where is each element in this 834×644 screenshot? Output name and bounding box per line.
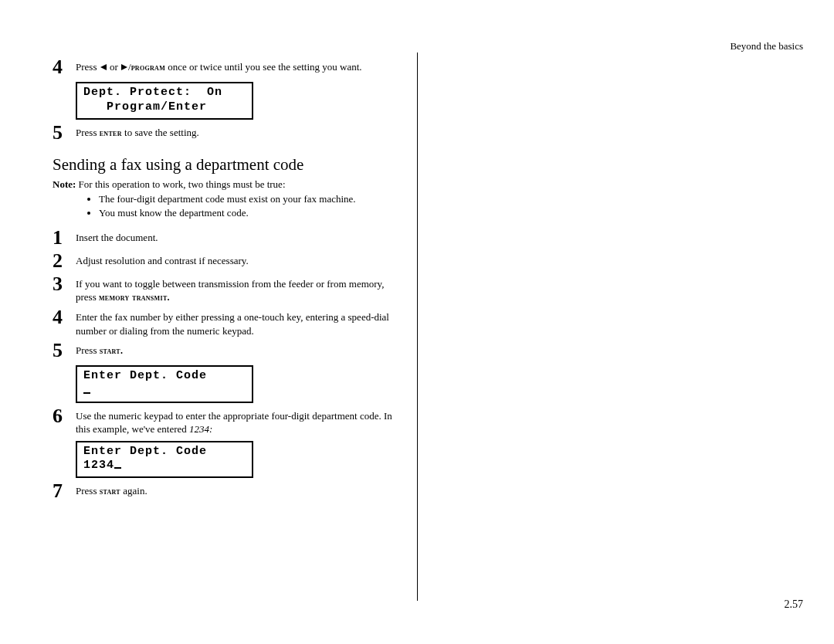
step-2: 2 Adjust resolution and contrast if nece… bbox=[53, 251, 402, 271]
step-text: Press start. bbox=[76, 341, 123, 358]
list-item: You must know the department code. bbox=[99, 206, 402, 220]
step-text: Use the numeric keypad to enter the appr… bbox=[76, 406, 402, 436]
text: Press bbox=[76, 127, 100, 138]
step-number: 2 bbox=[53, 251, 76, 271]
cursor-icon bbox=[83, 392, 90, 394]
svg-marker-1 bbox=[121, 64, 127, 70]
key-label: start bbox=[100, 486, 120, 497]
step-text: Insert the document. bbox=[76, 228, 158, 245]
step-number: 7 bbox=[53, 481, 76, 501]
step-text: If you want to toggle between transmissi… bbox=[76, 274, 402, 304]
step-number: 3 bbox=[53, 274, 76, 294]
step-6: 6 Use the numeric keypad to enter the ap… bbox=[53, 406, 402, 436]
step-text: Press start again. bbox=[76, 481, 147, 498]
lcd-line: Enter Dept. Code bbox=[83, 369, 207, 382]
step-text: Press or /program once or twice until yo… bbox=[76, 57, 362, 75]
lcd-line: Program/Enter bbox=[83, 100, 207, 114]
text: again. bbox=[120, 485, 147, 497]
lcd-display: Enter Dept. Code 1234 bbox=[76, 441, 253, 479]
text: once or twice until you see the setting … bbox=[165, 61, 362, 73]
note-bullets: The four-digit department code must exis… bbox=[53, 192, 402, 220]
note-label: Note: bbox=[53, 178, 76, 190]
example-value: 1234: bbox=[189, 423, 212, 435]
note-text: For this operation to work, two things m… bbox=[76, 178, 285, 190]
text: Press bbox=[76, 485, 100, 497]
key-label: enter bbox=[100, 127, 122, 138]
step-text: Adjust resolution and contrast if necess… bbox=[76, 251, 249, 268]
step-number: 4 bbox=[53, 57, 76, 77]
key-label: program bbox=[131, 62, 165, 73]
step-number: 5 bbox=[53, 123, 76, 143]
text: to save the setting. bbox=[122, 127, 199, 138]
section-heading: Sending a fax using a department code bbox=[53, 155, 402, 175]
text: Use the numeric keypad to enter the appr… bbox=[76, 410, 392, 436]
key-label: memory transmit. bbox=[99, 292, 170, 303]
lcd-line: Dept. Protect: On bbox=[83, 86, 222, 99]
step-1: 1 Insert the document. bbox=[53, 228, 402, 248]
running-header: Beyond the basics bbox=[730, 40, 803, 53]
note-line: Note: For this operation to work, two th… bbox=[53, 178, 402, 191]
manual-page: Beyond the basics 2.57 4 Press or /progr… bbox=[0, 0, 834, 644]
list-item: The four-digit department code must exis… bbox=[99, 192, 402, 206]
left-column: 4 Press or /program once or twice until … bbox=[53, 54, 402, 503]
step-4-top: 4 Press or /program once or twice until … bbox=[53, 57, 402, 77]
page-number: 2.57 bbox=[785, 598, 804, 611]
text: Press bbox=[76, 61, 100, 73]
right-arrow-icon bbox=[120, 61, 128, 75]
lcd-display: Dept. Protect: On Program/Enter bbox=[76, 82, 253, 120]
key-label: start. bbox=[100, 345, 124, 356]
step-number: 4 bbox=[53, 307, 76, 327]
step-5: 5 Press start. bbox=[53, 341, 402, 361]
step-number: 5 bbox=[53, 341, 76, 361]
step-5-top: 5 Press enter to save the setting. bbox=[53, 123, 402, 143]
cursor-icon bbox=[114, 467, 121, 469]
step-7: 7 Press start again. bbox=[53, 481, 402, 501]
lcd-display: Enter Dept. Code bbox=[76, 365, 253, 403]
step-text: Press enter to save the setting. bbox=[76, 123, 199, 140]
step-number: 1 bbox=[53, 228, 76, 248]
lcd-line: Enter Dept. Code bbox=[83, 445, 207, 458]
step-text: Enter the fax number by either pressing … bbox=[76, 307, 402, 337]
lcd-line: 1234 bbox=[83, 459, 114, 472]
text: or bbox=[107, 61, 120, 73]
column-rule bbox=[417, 53, 418, 601]
step-4: 4 Enter the fax number by either pressin… bbox=[53, 307, 402, 337]
step-number: 6 bbox=[53, 406, 76, 426]
left-arrow-icon bbox=[100, 61, 107, 75]
step-3: 3 If you want to toggle between transmis… bbox=[53, 274, 402, 304]
svg-marker-0 bbox=[100, 64, 107, 70]
text: Press bbox=[76, 344, 100, 356]
